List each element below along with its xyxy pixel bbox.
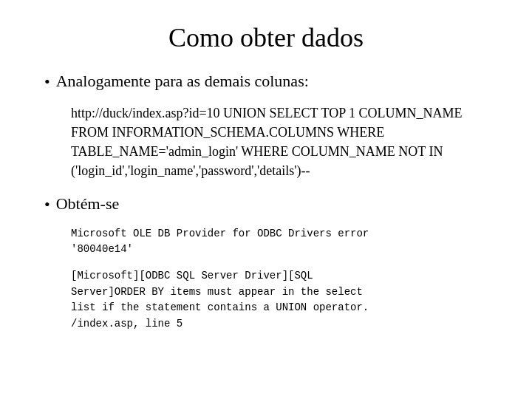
page-title: Como obter dados	[44, 22, 488, 53]
bullet1-detail: http://duck/index.asp?id=10 UNION SELECT…	[71, 103, 488, 180]
bullet-marker-1: •	[44, 72, 50, 93]
bullet-item-2: • Obtém-se	[44, 194, 488, 216]
bullet2-code2: [Microsoft][ODBC SQL Server Driver][SQL …	[71, 268, 488, 332]
bullet-item-1: • Analogamente para as demais colunas:	[44, 71, 488, 93]
content-area: • Analogamente para as demais colunas: h…	[44, 71, 488, 332]
bullet2-code1: Microsoft OLE DB Provider for ODBC Drive…	[71, 226, 488, 258]
bullet-label-2: Obtém-se	[56, 194, 120, 215]
page: Como obter dados • Analogamente para as …	[0, 0, 532, 399]
bullet-label-1: Analogamente para as demais colunas:	[56, 71, 309, 92]
bullet-marker-2: •	[44, 194, 50, 216]
